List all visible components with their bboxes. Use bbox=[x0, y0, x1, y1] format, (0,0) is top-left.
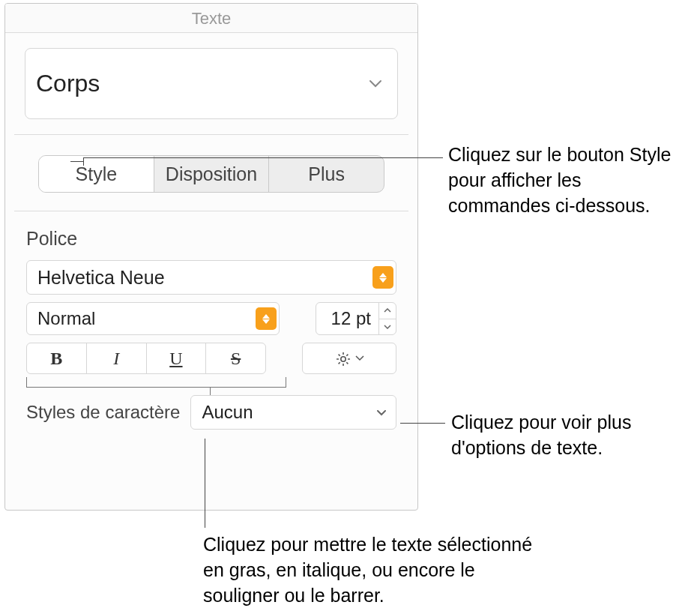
callout-text: Cliquez sur le bouton Style pour affiche… bbox=[448, 142, 688, 218]
font-family-select[interactable]: Helvetica Neue bbox=[26, 260, 396, 295]
format-button-group: B I U S bbox=[26, 343, 266, 374]
panel-title: Texte bbox=[5, 4, 417, 33]
font-size-field[interactable]: 12 pt bbox=[316, 303, 379, 334]
strikethrough-button[interactable]: S bbox=[206, 343, 265, 373]
callout-text: Cliquez pour mettre le texte sélectionné… bbox=[203, 532, 533, 608]
size-step-up[interactable] bbox=[379, 303, 396, 319]
character-styles-value: Aucun bbox=[202, 402, 253, 423]
italic-button[interactable]: I bbox=[87, 343, 147, 373]
character-styles-label: Styles de caractère bbox=[26, 402, 180, 423]
font-size-control: 12 pt bbox=[316, 302, 396, 335]
callout-leader bbox=[205, 439, 205, 528]
font-style-select[interactable]: Normal bbox=[26, 302, 280, 335]
font-family-value: Helvetica Neue bbox=[37, 267, 165, 289]
tab-disposition[interactable]: Disposition bbox=[154, 156, 270, 192]
bold-button[interactable]: B bbox=[27, 343, 87, 373]
size-step-down[interactable] bbox=[379, 319, 396, 335]
chevron-down-icon bbox=[355, 353, 364, 364]
chevron-down-icon bbox=[376, 406, 387, 418]
callout-leader bbox=[83, 157, 443, 158]
bracket-annotation bbox=[26, 377, 396, 389]
paragraph-style-value: Corps bbox=[36, 70, 100, 97]
font-size-stepper bbox=[379, 303, 396, 334]
tab-style[interactable]: Style bbox=[39, 156, 154, 192]
font-style-value: Normal bbox=[37, 308, 95, 329]
gear-icon bbox=[334, 350, 351, 367]
tab-plus[interactable]: Plus bbox=[269, 156, 384, 192]
callout-leader bbox=[400, 423, 445, 424]
character-styles-select[interactable]: Aucun bbox=[190, 395, 396, 430]
text-inspector-panel: Texte Corps Style Disposition Plus Polic… bbox=[4, 3, 418, 511]
svg-point-0 bbox=[341, 357, 346, 361]
updown-arrows-icon bbox=[256, 307, 277, 330]
callout-leader bbox=[83, 157, 84, 166]
divider bbox=[14, 211, 408, 211]
divider bbox=[14, 134, 408, 135]
callout-text: Cliquez pour voir plus d'options de text… bbox=[451, 410, 691, 461]
chevron-down-icon bbox=[369, 77, 382, 91]
advanced-options-button[interactable] bbox=[302, 343, 396, 374]
font-section-label: Police bbox=[26, 228, 396, 250]
tab-segmented-control: Style Disposition Plus bbox=[38, 155, 384, 193]
underline-button[interactable]: U bbox=[147, 343, 207, 373]
callout-leader bbox=[70, 161, 83, 162]
updown-arrows-icon bbox=[372, 266, 393, 289]
paragraph-style-dropdown[interactable]: Corps bbox=[25, 48, 398, 119]
